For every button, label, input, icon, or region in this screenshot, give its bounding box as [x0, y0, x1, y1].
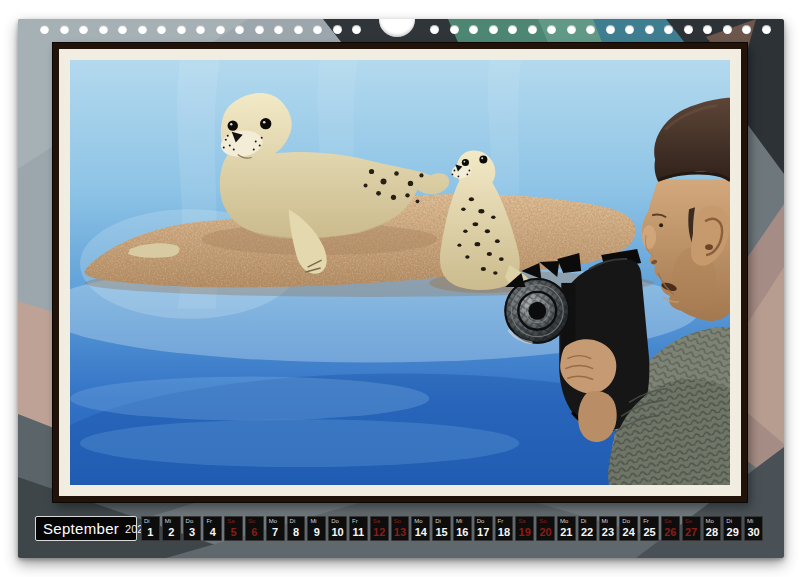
weekday-abbreviation: So: [394, 518, 401, 524]
weekday-abbreviation: Mo: [706, 518, 714, 524]
weekday-abbreviation: So: [248, 518, 255, 524]
day-number: 30: [745, 526, 762, 538]
day-number: 19: [516, 526, 533, 538]
calendar-sheet: September 2026 Di1Mi2Do3Fr4Sa5So6Mo7Di8M…: [18, 19, 784, 558]
binding-hole: [118, 25, 127, 34]
weekday-abbreviation: Do: [622, 518, 630, 524]
day-number: 2: [163, 526, 180, 538]
day-number: 5: [225, 526, 242, 538]
day-number: 9: [308, 526, 325, 538]
weekday-abbreviation: Di: [290, 518, 296, 524]
calendar-day-14: Mo14: [411, 516, 430, 541]
weekday-abbreviation: Di: [581, 518, 587, 524]
date-strip: September 2026 Di1Mi2Do3Fr4Sa5So6Mo7Di8M…: [35, 516, 763, 541]
day-number: 23: [600, 526, 617, 538]
month-name: September: [43, 520, 119, 537]
weekday-abbreviation: Do: [331, 518, 339, 524]
calendar-day-25: Fr25: [640, 516, 659, 541]
binding-hole: [528, 25, 537, 34]
photographer-wrist: [578, 391, 617, 442]
calendar-day-29: Di29: [723, 516, 742, 541]
binding-hole: [586, 25, 595, 34]
binding-hole: [762, 25, 771, 34]
binding-hole: [216, 25, 225, 34]
binding-hole: [79, 25, 88, 34]
calendar-day-27: So27: [682, 516, 701, 541]
day-number: 26: [662, 526, 679, 538]
weekday-abbreviation: Do: [477, 518, 485, 524]
calendar-day-23: Mi23: [599, 516, 618, 541]
weekday-abbreviation: Mo: [269, 518, 277, 524]
day-number: 11: [350, 526, 367, 538]
calendar-day-11: Fr11: [349, 516, 368, 541]
month-photo: [70, 60, 730, 485]
calendar-day-3: Do3: [183, 516, 202, 541]
binding-hole: [742, 25, 751, 34]
binding-hole: [469, 25, 478, 34]
weekday-abbreviation: Mi: [310, 518, 316, 524]
day-number: 16: [454, 526, 471, 538]
binding-hole: [723, 25, 732, 34]
day-number: 17: [475, 526, 492, 538]
calendar-day-4: Fr4: [203, 516, 222, 541]
weekday-abbreviation: Di: [435, 518, 441, 524]
day-number: 3: [184, 526, 201, 538]
calendar-day-19: Sa19: [515, 516, 534, 541]
weekday-abbreviation: So: [685, 518, 692, 524]
day-number: 21: [558, 526, 575, 538]
weekday-abbreviation: Mo: [560, 518, 568, 524]
binding-hole: [606, 25, 615, 34]
binding-hole: [684, 25, 693, 34]
binding-hole: [255, 25, 264, 34]
calendar-day-28: Mo28: [703, 516, 722, 541]
binding-hole: [450, 25, 459, 34]
weekday-abbreviation: Fr: [352, 518, 358, 524]
day-number: 25: [641, 526, 658, 538]
calendar-day-6: So6: [245, 516, 264, 541]
binding-hole: [703, 25, 712, 34]
day-number: 12: [371, 526, 388, 538]
binding-hole: [157, 25, 166, 34]
weekday-abbreviation: Fr: [498, 518, 504, 524]
calendar-day-21: Mo21: [557, 516, 576, 541]
calendar-day-8: Di8: [287, 516, 306, 541]
calendar-mockup: September 2026 Di1Mi2Do3Fr4Sa5So6Mo7Di8M…: [0, 0, 800, 577]
calendar-day-26: Sa26: [661, 516, 680, 541]
day-number: 18: [496, 526, 513, 538]
binding-hole: [547, 25, 556, 34]
weekday-abbreviation: Di: [144, 518, 150, 524]
binding-hole: [60, 25, 69, 34]
day-number: 15: [433, 526, 450, 538]
calendar-day-15: Di15: [432, 516, 451, 541]
binding-hole: [177, 25, 186, 34]
calendar-day-5: Sa5: [224, 516, 243, 541]
binding-hole: [333, 25, 342, 34]
calendar-day-22: Di22: [578, 516, 597, 541]
weekday-abbreviation: Do: [186, 518, 194, 524]
binding-hole: [313, 25, 322, 34]
weekday-abbreviation: Mi: [456, 518, 462, 524]
calendar-day-2: Mi2: [162, 516, 181, 541]
calendar-day-16: Mi16: [453, 516, 472, 541]
weekday-abbreviation: Sa: [373, 518, 380, 524]
day-number: 28: [704, 526, 721, 538]
calendar-day-20: So20: [536, 516, 555, 541]
calendar-day-13: So13: [391, 516, 410, 541]
day-number: 1: [142, 526, 159, 538]
binding-hole: [196, 25, 205, 34]
binding-hole: [508, 25, 517, 34]
binding-hole: [40, 25, 49, 34]
day-number: 20: [537, 526, 554, 538]
calendar-day-12: Sa12: [370, 516, 389, 541]
day-number: 27: [683, 526, 700, 538]
calendar-day-30: Mi30: [744, 516, 763, 541]
day-number: 24: [620, 526, 637, 538]
calendar-day-18: Fr18: [495, 516, 514, 541]
weekday-abbreviation: Mo: [414, 518, 422, 524]
calendar-day-9: Mi9: [307, 516, 326, 541]
binding-hole: [567, 25, 576, 34]
weekday-abbreviation: Fr: [206, 518, 212, 524]
weekday-abbreviation: Fr: [643, 518, 649, 524]
binding-hole: [138, 25, 147, 34]
day-cells: Di1Mi2Do3Fr4Sa5So6Mo7Di8Mi9Do10Fr11Sa12S…: [141, 516, 763, 541]
